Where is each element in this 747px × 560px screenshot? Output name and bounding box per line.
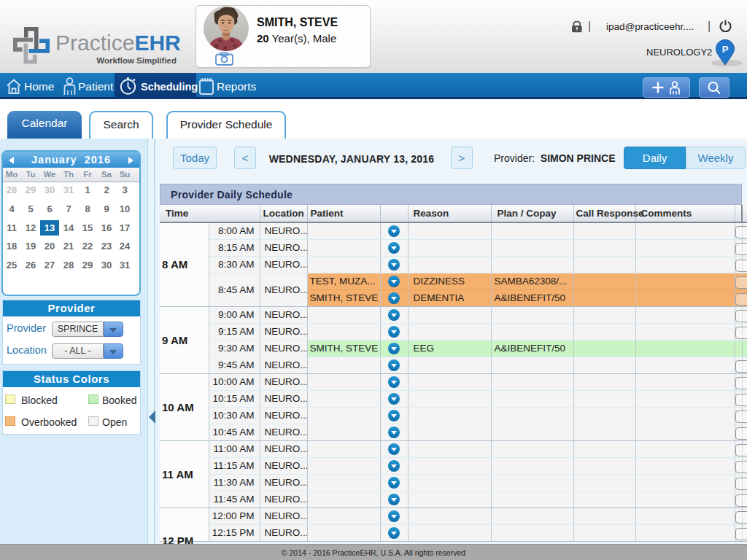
svg-text:P: P: [722, 44, 729, 55]
